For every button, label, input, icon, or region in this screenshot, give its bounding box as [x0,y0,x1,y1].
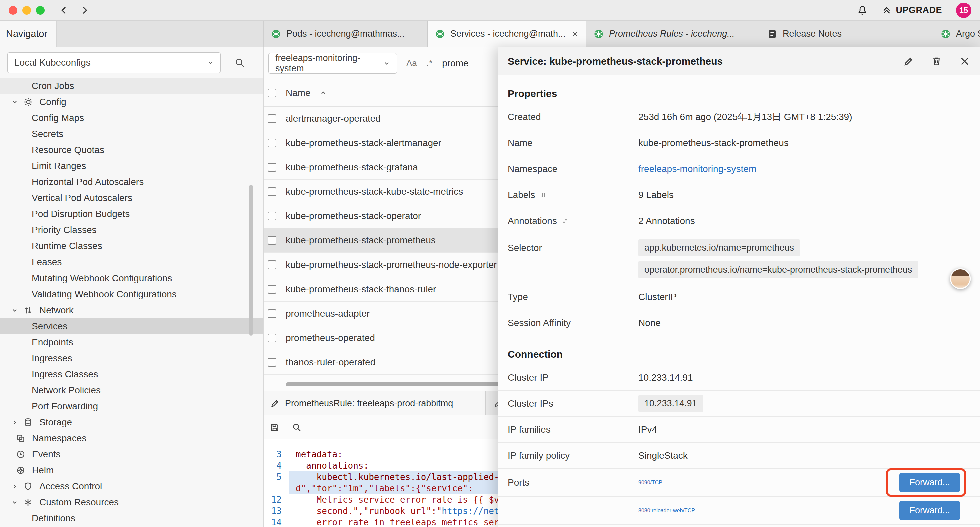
gear-icon [23,97,35,107]
column-header-name[interactable]: Name [286,88,310,99]
sidebar-item-resource-quotas[interactable]: Resource Quotas [0,142,263,158]
sort-ascending-icon[interactable] [320,90,326,96]
sidebar-item-ingresses[interactable]: Ingresses [0,350,263,366]
detail-row-port-9090: Ports 9090/TCP Forward... [498,469,980,497]
sidebar-item-config[interactable]: Config [0,94,263,110]
expand-collapse-icon[interactable] [539,191,547,199]
close-icon[interactable] [959,56,970,67]
row-checkbox[interactable] [267,358,276,366]
namespace-link[interactable]: freeleaps-monitoring-system [638,164,970,174]
close-tab-icon[interactable] [571,30,579,38]
forward-button-9090[interactable]: Forward... [899,473,960,492]
sidebar-item-vertical-pod-autoscalers[interactable]: Vertical Pod Autoscalers [0,190,263,206]
sidebar-item-ingress-classes[interactable]: Ingress Classes [0,366,263,382]
avatar[interactable] [950,268,970,289]
pencil-icon [270,399,280,408]
sidebar-item-secrets[interactable]: Secrets [0,126,263,142]
row-checkbox[interactable] [267,139,276,147]
select-all-checkbox[interactable] [267,89,276,97]
detail-row-ip-family-policy: IP family policy SingleStack [498,443,980,469]
row-checkbox[interactable] [267,163,276,172]
detail-row-session-affinity: Session Affinity None [498,310,980,336]
line-number: 3 [264,449,289,460]
expand-collapse-icon[interactable] [561,217,569,225]
edit-pencil-icon[interactable] [903,56,914,67]
navigator-header: Navigator [0,21,57,47]
detail-row-annotations: Annotations 2 Annotations [498,208,980,234]
row-checkbox[interactable] [267,285,276,293]
chevron-down-icon[interactable] [11,499,19,506]
back-icon[interactable] [59,5,69,16]
port-link-8080[interactable]: 8080:reloader-web/TCP [638,508,695,514]
upgrade-button[interactable]: UPGRADE [881,5,942,15]
sidebar-item-network[interactable]: Network [0,302,263,318]
chevron-down-icon[interactable] [11,99,19,105]
kubeconfig-select[interactable]: Local Kubeconfigs [7,53,221,73]
tab-prometheus-rules[interactable]: Prometheus Rules - icecheng... [586,21,760,47]
sidebar-item-events[interactable]: Events [0,446,263,462]
sidebar-scrollbar[interactable] [249,185,253,336]
namespace-select[interactable]: freeleaps-monitoring-system [268,53,397,74]
sidebar-item-label: Storage [39,417,72,428]
row-checkbox[interactable] [267,334,276,342]
line-number: 14 [264,517,289,527]
sidebar-item-limit-ranges[interactable]: Limit Ranges [0,158,263,174]
tab-release-notes[interactable]: Release Notes [760,21,933,47]
chevron-right-icon[interactable] [11,483,19,490]
sidebar-item-helm[interactable]: Helm [0,462,263,478]
sidebar-item-network-policies[interactable]: Network Policies [0,382,263,398]
close-window-button[interactable] [9,6,18,15]
search-icon[interactable] [291,422,302,432]
sidebar-item-cron-jobs[interactable]: Cron Jobs [0,78,263,94]
row-checkbox[interactable] [267,309,276,318]
forward-button-8080[interactable]: Forward... [899,501,960,520]
sidebar-item-priority-classes[interactable]: Priority Classes [0,222,263,238]
sidebar-item-endpoints[interactable]: Endpoints [0,334,263,350]
tab-services[interactable]: Services - icecheng@math... [428,21,586,47]
sidebar-item-runtime-classes[interactable]: Runtime Classes [0,238,263,254]
notification-count-badge[interactable]: 15 [956,3,971,18]
tab-strip: Navigator Pods - icecheng@mathmas... Ser… [0,21,980,47]
sidebar-item-horizontal-pod-autoscalers[interactable]: Horizontal Pod Autoscalers [0,174,263,190]
sidebar-item-config-maps[interactable]: Config Maps [0,110,263,126]
sidebar-item-leases[interactable]: Leases [0,254,263,270]
sidebar-item-validating-webhook-configurations[interactable]: Validating Webhook Configurations [0,286,263,302]
line-number: 4 [264,460,289,471]
namespace-select-value: freeleaps-monitoring-system [275,53,383,74]
port-link-9090[interactable]: 9090/TCP [638,480,662,486]
sidebar-item-storage[interactable]: Storage [0,414,263,430]
row-checkbox[interactable] [267,236,276,245]
tab-argo[interactable]: Argo Se [933,21,980,47]
row-checkbox[interactable] [267,261,276,269]
sidebar-item-label: Secrets [32,129,64,139]
row-name: kube-prometheus-stack-alertmanager [286,138,441,148]
dock-tab-prometheusrule[interactable]: PrometheusRule: freeleaps-prod-rabbitmq [264,391,486,415]
runbook-url-link[interactable]: https://net [442,506,499,516]
tab-pods[interactable]: Pods - icecheng@mathmas... [264,21,428,47]
sidebar-item-port-forwarding[interactable]: Port Forwarding [0,398,263,414]
maximize-window-button[interactable] [36,6,45,15]
forward-icon[interactable] [80,5,90,16]
delete-trash-icon[interactable] [931,56,942,67]
sidebar-item-access-control[interactable]: Access Control [0,478,263,494]
sidebar-item-services[interactable]: Services [0,318,263,334]
regex-toggle[interactable]: .* [426,58,433,68]
sidebar-item-pod-disruption-budgets[interactable]: Pod Disruption Budgets [0,206,263,222]
sidebar-item-mutating-webhook-configurations[interactable]: Mutating Webhook Configurations [0,270,263,286]
detail-label: Annotations [508,216,557,226]
chevron-right-icon[interactable] [11,419,19,426]
notifications-bell-icon[interactable] [857,5,868,16]
navigator-tree: Cron Jobs Config Config Maps Secrets Res… [0,78,263,526]
row-checkbox[interactable] [267,212,276,220]
chevron-down-icon[interactable] [11,307,19,314]
sidebar-item-custom-resources[interactable]: Custom Resources [0,494,263,510]
row-checkbox[interactable] [267,188,276,196]
row-checkbox[interactable] [267,115,276,123]
search-input[interactable]: prome [442,58,468,69]
sidebar-item-namespaces[interactable]: Namespaces [0,430,263,446]
match-case-toggle[interactable]: Aa [406,58,417,68]
save-icon[interactable] [269,422,280,432]
sidebar-item-definitions[interactable]: Definitions [0,510,263,526]
search-icon[interactable] [234,57,245,68]
minimize-window-button[interactable] [22,6,31,15]
